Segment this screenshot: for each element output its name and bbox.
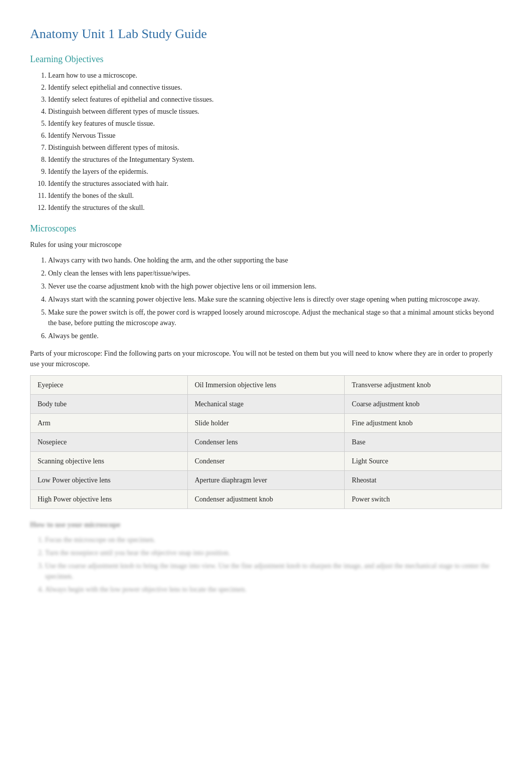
list-item: Identify the bones of the skull. (48, 190, 502, 201)
table-row: Body tubeMechanical stageCoarse adjustme… (31, 395, 502, 414)
list-item: Identify the layers of the epidermis. (48, 166, 502, 177)
list-item: Identify the structures of the Integumen… (48, 154, 502, 165)
table-cell: Body tube (31, 395, 188, 414)
blurred-title: How to use your microscope (30, 519, 502, 531)
list-item: Distinguish between different types of m… (48, 142, 502, 153)
table-cell: Low Power objective lens (31, 471, 188, 490)
list-item: Never use the coarse adjustment knob wit… (48, 281, 502, 292)
list-item: Always be gentle. (48, 331, 502, 341)
list-item: Make sure the power switch is off, the p… (48, 307, 502, 328)
microscopes-section: Microscopes Rules for using your microsc… (30, 222, 502, 509)
page-title: Anatomy Unit 1 Lab Study Guide (30, 24, 502, 44)
microscope-rules-list: Always carry with two hands. One holding… (48, 255, 502, 341)
table-cell: Coarse adjustment knob (345, 395, 502, 414)
table-row: Scanning objective lensCondenserLight So… (31, 452, 502, 471)
parts-intro: Parts of your microscope: Find the follo… (30, 348, 502, 369)
table-cell: Fine adjustment knob (345, 414, 502, 433)
table-row: EyepieceOil Immersion objective lensTran… (31, 376, 502, 395)
list-item: Focus the microscope on the specimen. (45, 535, 502, 545)
rules-intro: Rules for using your microscope (30, 239, 502, 250)
table-cell: Slide holder (187, 414, 345, 433)
table-cell: Nosepiece (31, 433, 188, 452)
table-cell: High Power objective lens (31, 490, 188, 509)
blurred-list: Focus the microscope on the specimen.Tur… (45, 535, 502, 595)
table-cell: Mechanical stage (187, 395, 345, 414)
table-cell: Scanning objective lens (31, 452, 188, 471)
table-row: NosepieceCondenser lensBase (31, 433, 502, 452)
table-cell: Aperture diaphragm lever (187, 471, 345, 490)
list-item: Only clean the lenses with lens paper/ti… (48, 268, 502, 279)
table-cell: Transverse adjustment knob (345, 376, 502, 395)
list-item: Use the coarse adjustment knob to bring … (45, 561, 502, 582)
list-item: Identify the structures associated with … (48, 178, 502, 189)
learning-objectives-section: Learning Objectives Learn how to use a m… (30, 53, 502, 213)
table-cell: Rheostat (345, 471, 502, 490)
table-row: ArmSlide holderFine adjustment knob (31, 414, 502, 433)
list-item: Identify select epithelial and connectiv… (48, 82, 502, 93)
list-item: Identify select features of epithelial a… (48, 94, 502, 105)
microscope-parts-table: EyepieceOil Immersion objective lensTran… (30, 375, 502, 509)
table-row: Low Power objective lensAperture diaphra… (31, 471, 502, 490)
list-item: Distinguish between different types of m… (48, 106, 502, 117)
table-row: High Power objective lensCondenser adjus… (31, 490, 502, 509)
table-cell: Arm (31, 414, 188, 433)
learning-objectives-heading: Learning Objectives (30, 53, 502, 66)
table-cell: Oil Immersion objective lens (187, 376, 345, 395)
microscopes-heading: Microscopes (30, 222, 502, 235)
list-item: Identify key features of muscle tissue. (48, 118, 502, 129)
table-cell: Base (345, 433, 502, 452)
table-cell: Condenser lens (187, 433, 345, 452)
table-cell: Power switch (345, 490, 502, 509)
list-item: Learn how to use a microscope. (48, 70, 502, 81)
list-item: Identify Nervous Tissue (48, 130, 502, 141)
table-cell: Eyepiece (31, 376, 188, 395)
list-item: Always carry with two hands. One holding… (48, 255, 502, 266)
blurred-section: How to use your microscope Focus the mic… (30, 519, 502, 595)
list-item: Turn the nosepiece until you hear the ob… (45, 548, 502, 558)
table-cell: Light Source (345, 452, 502, 471)
list-item: Identify the structures of the skull. (48, 202, 502, 213)
table-cell: Condenser (187, 452, 345, 471)
table-cell: Condenser adjustment knob (187, 490, 345, 509)
learning-objectives-list: Learn how to use a microscope.Identify s… (48, 70, 502, 213)
list-item: Always start with the scanning power obj… (48, 294, 502, 305)
list-item: Always begin with the low power objectiv… (45, 584, 502, 595)
